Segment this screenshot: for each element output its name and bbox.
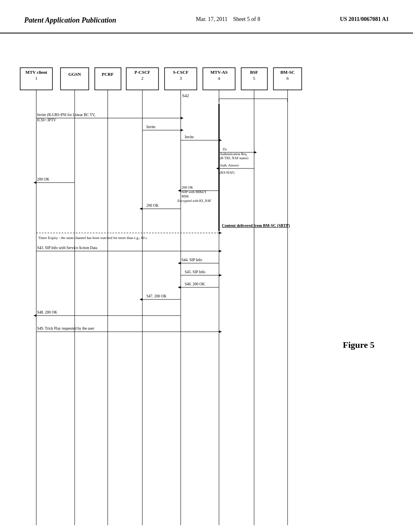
svg-text:Auth. Answer: Auth. Answer bbox=[220, 163, 239, 167]
svg-text:4: 4 bbox=[218, 76, 220, 81]
svg-text:MTV client: MTV client bbox=[25, 70, 47, 75]
svg-text:200 OK: 200 OK bbox=[146, 204, 159, 208]
svg-text:BM-SC: BM-SC bbox=[280, 70, 295, 75]
svg-marker-89 bbox=[219, 330, 222, 333]
svg-text:BSF: BSF bbox=[250, 70, 258, 75]
svg-text:S43. SIP Info  with Service Ac: S43. SIP Info with Service Action Data bbox=[37, 246, 98, 250]
svg-text:S42: S42 bbox=[182, 93, 189, 98]
svg-text:Invite: Invite bbox=[146, 125, 155, 129]
publication-title: Patent Application Publication bbox=[24, 16, 116, 25]
page-header: Patent Application Publication Mar. 17, … bbox=[0, 0, 413, 33]
svg-marker-86 bbox=[33, 314, 36, 317]
svg-text:GGSN: GGSN bbox=[68, 72, 81, 77]
svg-marker-83 bbox=[140, 298, 142, 301]
svg-text:3: 3 bbox=[179, 76, 182, 81]
svg-marker-71 bbox=[219, 250, 222, 252]
svg-text:200 OK: 200 OK bbox=[37, 177, 49, 181]
svg-rect-3 bbox=[60, 68, 89, 90]
svg-marker-74 bbox=[178, 262, 181, 264]
svg-text:S48. 200 OK: S48. 200 OK bbox=[37, 310, 57, 314]
svg-text:SDP with MIKEY: SDP with MIKEY bbox=[181, 190, 207, 194]
svg-text:S44. SIP Info: S44. SIP Info bbox=[181, 258, 202, 262]
diagram-area: MTV client 1 GGSN PCRF P-CSCF 2 S-CSCF 3… bbox=[0, 33, 413, 517]
svg-text:MSK: MSK bbox=[181, 194, 189, 198]
svg-marker-45 bbox=[254, 151, 257, 154]
svg-text:6: 6 bbox=[286, 76, 289, 81]
figure-label: Figure 5 bbox=[343, 340, 374, 350]
svg-text:200 OK: 200 OK bbox=[181, 185, 193, 189]
svg-text:1: 1 bbox=[35, 76, 38, 81]
svg-text:S49. Trick Play requested by t: S49. Trick Play requested by the user bbox=[37, 326, 95, 330]
svg-text:2: 2 bbox=[141, 76, 144, 81]
svg-text:Content delivered from BM-SC (: Content delivered from BM-SC (SRTP) bbox=[222, 223, 290, 228]
patent-number: US 2011/0067081 A1 bbox=[340, 16, 389, 23]
svg-text:(KS-NAF): (KS-NAF) bbox=[220, 170, 235, 175]
svg-text:MTV-AS: MTV-AS bbox=[211, 70, 228, 75]
svg-rect-5 bbox=[95, 68, 121, 90]
svg-text:ICSI= IPTV: ICSI= IPTV bbox=[37, 118, 56, 122]
svg-text:5: 5 bbox=[253, 76, 255, 81]
svg-marker-35 bbox=[181, 117, 184, 119]
svg-text:Encrypted with KS_NAF: Encrypted with KS_NAF bbox=[177, 199, 212, 203]
svg-text:Zn: Zn bbox=[223, 147, 227, 151]
svg-text:Authentication Req: Authentication Req bbox=[220, 152, 247, 156]
svg-text:S-CSCF: S-CSCF bbox=[173, 70, 189, 75]
svg-text:Invite (R-URI=PSI for Linear B: Invite (R-URI=PSI for Linear BC TV, bbox=[37, 113, 95, 117]
svg-text:S45. SIP Info: S45. SIP Info bbox=[185, 270, 205, 274]
svg-text:Timer Expiry - the same channe: Timer Expiry - the same channel has been… bbox=[38, 236, 147, 240]
svg-text:PCRF: PCRF bbox=[102, 72, 114, 77]
svg-text:(B-TID, NAF-name): (B-TID, NAF-name) bbox=[220, 156, 248, 160]
sequence-diagram: MTV client 1 GGSN PCRF P-CSCF 2 S-CSCF 3… bbox=[12, 66, 399, 529]
svg-marker-80 bbox=[178, 286, 181, 289]
svg-marker-77 bbox=[219, 274, 222, 276]
svg-text:P-CSCF: P-CSCF bbox=[134, 70, 150, 75]
svg-text:S46. 200 OK: S46. 200 OK bbox=[185, 282, 205, 286]
svg-marker-57 bbox=[178, 189, 181, 192]
svg-marker-63 bbox=[140, 208, 142, 210]
header-date-sheet: Mar. 17, 2011 Sheet 5 of 8 bbox=[196, 16, 260, 23]
svg-text:Invite: Invite bbox=[185, 135, 194, 139]
svg-marker-39 bbox=[181, 129, 184, 131]
svg-marker-54 bbox=[33, 181, 36, 184]
svg-text:S47. 200 OK: S47. 200 OK bbox=[146, 294, 167, 298]
svg-marker-68 bbox=[219, 232, 222, 234]
